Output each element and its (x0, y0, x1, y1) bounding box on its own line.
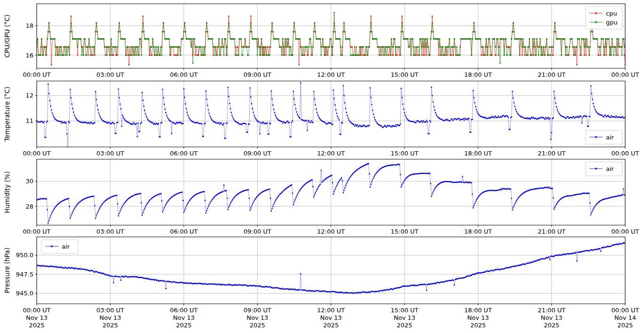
y-tick-label: 30 (25, 178, 33, 185)
legend-label: air (62, 243, 70, 250)
panel-pressure: 00:00 UTNov 13202503:00 UTNov 13202506:0… (3, 237, 639, 329)
x-tick-label: 03:00 UT (97, 228, 124, 235)
legend-label: cpu (606, 10, 617, 17)
x-tick-label: 21:00 UT (538, 307, 565, 314)
x-tick-label: 06:00 UT (170, 71, 198, 78)
y-axis-pressure: 945.0947.5950.0Pressure (hPa) (3, 248, 37, 297)
y-tick-label: 11 (25, 117, 33, 124)
x-tick-label: 09:00 UT (243, 150, 271, 157)
x-tick-year: 2025 (29, 322, 44, 329)
x-tick-year: 2025 (323, 322, 338, 329)
x-tick-label: 09:00 UT (243, 71, 271, 78)
x-tick-label: 00:00 UT (23, 71, 50, 78)
x-tick-year: 2025 (397, 322, 412, 329)
legend-sample-marker (596, 136, 597, 138)
y-axis-label: Temperature (°C) (3, 87, 11, 142)
x-tick-date: Nov 13 (394, 314, 415, 321)
y-tick-label: 12 (25, 92, 33, 99)
x-tick-label: 09:00 UT (243, 228, 271, 235)
x-tick-label: 18:00 UT (464, 71, 492, 78)
x-tick-label: 00:00 UT (23, 150, 50, 157)
x-tick-year: 2025 (544, 322, 559, 329)
legend-temperature: air (586, 130, 622, 144)
grid-pressure (37, 237, 625, 304)
legend-sample-marker (596, 168, 597, 169)
legend-sample-marker (596, 21, 597, 23)
legend-label: gpu (606, 19, 618, 26)
x-tick-label: 15:00 UT (391, 307, 419, 314)
x-tick-label: 00:00 UT (611, 228, 639, 235)
grid-humidity (37, 159, 625, 225)
x-tick-label: 12:00 UT (317, 228, 345, 235)
x-tick-year: 2025 (470, 322, 486, 329)
y-axis-cpu-gpu: 1618CPU/GPU (°C) (3, 15, 37, 59)
y-axis-temperature: 1112Temperature (°C) (3, 87, 37, 142)
x-tick-date: Nov 13 (99, 314, 121, 321)
x-tick-label: 21:00 UT (538, 71, 565, 78)
y-axis-humidity: 2830Humidity (%) (3, 171, 37, 213)
x-tick-label: 15:00 UT (391, 228, 419, 235)
legend-label: air (606, 134, 614, 141)
x-tick-label: 00:00 UT (611, 71, 639, 78)
panel-temperature: 00:00 UT03:00 UT06:00 UT09:00 UT12:00 UT… (3, 81, 639, 157)
x-tick-label: 18:00 UT (464, 228, 492, 235)
x-tick-date: Nov 13 (541, 314, 563, 321)
y-tick-label: 18 (25, 22, 33, 29)
x-axis-temperature: 00:00 UT03:00 UT06:00 UT09:00 UT12:00 UT… (23, 147, 639, 157)
x-tick-label: 00:00 UT (23, 228, 50, 235)
x-tick-year: 2025 (250, 322, 265, 329)
y-tick-label: 950.0 (16, 252, 33, 259)
legend-humidity: air (586, 162, 622, 176)
y-axis-label: Pressure (hPa) (3, 248, 11, 293)
x-axis-pressure: 00:00 UTNov 13202503:00 UTNov 13202506:0… (23, 304, 639, 329)
x-tick-label: 12:00 UT (317, 307, 345, 314)
x-tick-year: 2025 (617, 322, 633, 329)
grid-temperature (37, 81, 625, 147)
x-tick-label: 21:00 UT (538, 150, 565, 157)
x-tick-label: 18:00 UT (464, 150, 492, 157)
x-tick-label: 15:00 UT (391, 150, 419, 157)
y-tick-label: 947.5 (16, 271, 33, 278)
x-tick-year: 2025 (176, 322, 192, 329)
matplotlib-figure: 00:00 UT03:00 UT06:00 UT09:00 UT12:00 UT… (0, 0, 644, 333)
x-tick-year: 2025 (103, 322, 118, 329)
legend-label: air (606, 165, 614, 172)
x-tick-label: 09:00 UT (243, 307, 271, 314)
x-tick-label: 00:00 UT (611, 307, 639, 314)
x-tick-label: 06:00 UT (170, 307, 198, 314)
x-tick-date: Nov 13 (26, 314, 48, 321)
x-axis-humidity: 00:00 UT03:00 UT06:00 UT09:00 UT12:00 UT… (23, 225, 639, 235)
y-axis-label: Humidity (%) (3, 171, 11, 213)
panel-cpu-gpu: 00:00 UT03:00 UT06:00 UT09:00 UT12:00 UT… (3, 4, 639, 78)
x-tick-label: 21:00 UT (538, 228, 565, 235)
x-axis-cpu-gpu: 00:00 UT03:00 UT06:00 UT09:00 UT12:00 UT… (23, 68, 639, 78)
x-tick-label: 06:00 UT (170, 150, 198, 157)
x-tick-date: Nov 13 (320, 314, 342, 321)
x-tick-label: 06:00 UT (170, 228, 198, 235)
panel-humidity: 00:00 UT03:00 UT06:00 UT09:00 UT12:00 UT… (3, 159, 639, 235)
x-tick-label: 15:00 UT (391, 71, 419, 78)
legend-sample-marker (51, 245, 53, 247)
y-tick-label: 28 (25, 203, 33, 210)
legend-cpu-gpu: cpugpu (586, 7, 622, 29)
y-tick-label: 16 (25, 52, 33, 59)
y-axis-label: CPU/GPU (°C) (3, 15, 11, 57)
x-tick-date: Nov 13 (173, 314, 194, 321)
x-tick-label: 12:00 UT (317, 71, 345, 78)
x-tick-label: 12:00 UT (317, 150, 345, 157)
x-tick-label: 03:00 UT (97, 150, 124, 157)
legend-sample-marker (596, 12, 597, 14)
x-tick-label: 03:00 UT (97, 307, 124, 314)
x-tick-date: Nov 14 (614, 314, 636, 321)
x-tick-date: Nov 13 (247, 314, 268, 321)
grid-cpu-gpu (37, 4, 625, 68)
x-tick-label: 18:00 UT (464, 307, 492, 314)
time-series-figure-canvas: 00:00 UT03:00 UT06:00 UT09:00 UT12:00 UT… (0, 0, 644, 333)
legend-pressure: air (41, 240, 78, 253)
x-tick-label: 00:00 UT (23, 307, 50, 314)
x-tick-label: 00:00 UT (611, 150, 639, 157)
y-tick-label: 945.0 (16, 290, 33, 297)
x-tick-date: Nov 13 (467, 314, 489, 321)
x-tick-label: 03:00 UT (97, 71, 124, 78)
